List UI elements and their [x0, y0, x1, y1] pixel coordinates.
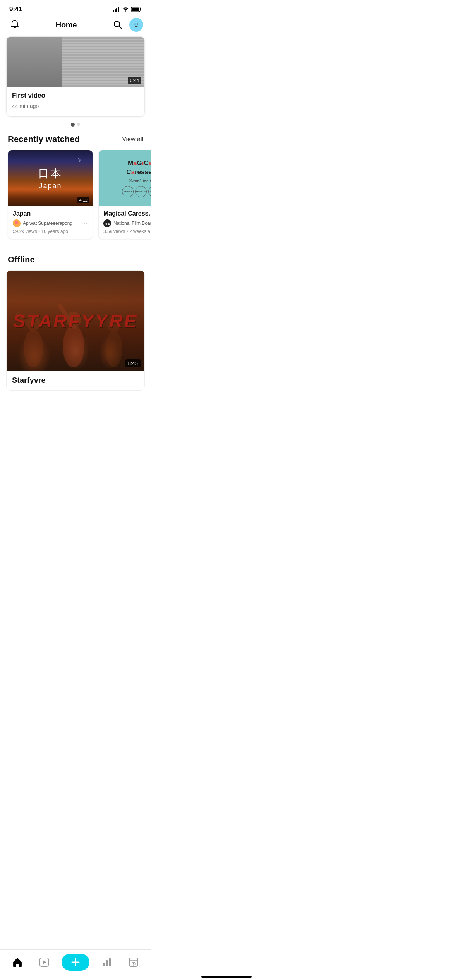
svg-point-15: [24, 329, 43, 367]
status-time: 9:41: [9, 5, 22, 13]
japan-stats: 59.2k views • 10 years ago: [13, 229, 88, 234]
magical-creator-row: NFB National Film Boar: [103, 219, 151, 227]
recently-watched-row: ☽ 日本 Japan 4:12 Japan Apiwat Supatee: [0, 150, 151, 247]
magical-title-text: MaGiCal Caresses: [126, 159, 151, 176]
offline-thumbnail: STARFYYRE 8:45: [7, 271, 144, 371]
award-annecy: ANNECY: [122, 186, 134, 197]
svg-rect-5: [132, 8, 139, 11]
offline-duration: 8:45: [125, 359, 141, 367]
featured-title: First video: [12, 92, 139, 99]
svg-point-9: [134, 24, 136, 25]
offline-card[interactable]: STARFYYRE 8:45 Starfyvre: [6, 270, 145, 391]
svg-point-10: [137, 24, 138, 25]
japan-creator-avatar: [13, 219, 21, 227]
avatar-button[interactable]: [129, 18, 143, 32]
magical-subtitle: Sweet Jesus: [129, 178, 151, 183]
featured-more-button[interactable]: ···: [128, 101, 139, 111]
search-button[interactable]: [111, 18, 125, 32]
featured-meta: 44 min ago ···: [12, 101, 139, 111]
notification-button[interactable]: [8, 18, 22, 32]
carousel-dots: [0, 123, 151, 127]
starfyyre-text: STARFYYRE: [13, 310, 138, 332]
japan-creator: Apiwat Supateeerapong: [13, 219, 72, 227]
magical-title-line2: Caresses: [126, 168, 151, 176]
offline-video-title: Starfyvre: [7, 371, 144, 390]
japan-moon: ☽: [76, 157, 81, 163]
featured-thumbnail: 0:44: [7, 37, 144, 87]
japan-time-ago: 10 years ago: [41, 229, 68, 234]
svg-text:NFB: NFB: [105, 223, 110, 225]
japan-views: 59.2k views: [13, 229, 37, 234]
svg-rect-3: [118, 7, 119, 12]
starfyyre-bg: STARFYYRE: [7, 271, 144, 371]
status-icons: [113, 7, 142, 12]
japan-thumbnail: ☽ 日本 Japan 4:12: [8, 150, 93, 206]
magical-creator-name: National Film Boar: [113, 221, 151, 226]
recently-watched-title: Recently watched: [8, 134, 80, 144]
featured-info: First video 44 min ago ···: [7, 87, 144, 116]
dot-inactive-1: [77, 123, 80, 126]
magical-views: 3.5k views: [103, 229, 125, 234]
svg-rect-2: [116, 8, 117, 12]
japan-label: Japan: [39, 182, 62, 190]
award-summets: SOMMETS: [135, 186, 147, 197]
magical-creator: NFB National Film Boar: [103, 219, 151, 227]
offline-title: Offline: [0, 255, 151, 270]
japan-creator-row: Apiwat Supateeerapong ···: [13, 219, 88, 227]
svg-rect-0: [113, 10, 114, 12]
svg-line-7: [119, 26, 122, 29]
magical-stats: 3.5k views • 2 weeks a: [103, 229, 151, 234]
signal-icon: [113, 7, 120, 12]
recently-watched-header: Recently watched View all: [0, 134, 151, 150]
status-bar: 9:41: [0, 0, 151, 16]
magical-thumb-bg: MaGiCal Caresses Sweet Jesus ANNECY SOMM…: [99, 150, 151, 206]
search-icon: [113, 20, 122, 29]
japan-duration: 4:12: [77, 197, 89, 203]
thumbnail-left: [7, 37, 62, 87]
award-rockie: ROCKIE: [148, 186, 151, 197]
magical-time-ago: 2 weeks a: [129, 229, 150, 234]
svg-point-12: [15, 221, 18, 224]
japan-info: Japan Apiwat Supateeerapong ··· 59.2k vi…: [8, 206, 93, 239]
magical-creator-avatar: NFB: [103, 219, 111, 227]
svg-rect-1: [115, 9, 116, 12]
smiley-icon: [131, 20, 141, 30]
page-title: Home: [56, 21, 77, 29]
featured-video-card[interactable]: 0:44 First video 44 min ago ···: [6, 36, 145, 117]
japan-kanji: 日本: [38, 166, 63, 181]
wifi-icon: [122, 7, 129, 12]
featured-time-ago: 44 min ago: [12, 103, 39, 109]
watch-card-magical[interactable]: MaGiCal Caresses Sweet Jesus ANNECY SOMM…: [98, 150, 151, 239]
japan-title: Japan: [13, 210, 88, 217]
offline-section: Offline STARFYYRE: [0, 247, 151, 391]
view-all-button[interactable]: View all: [122, 136, 143, 143]
app-header: Home: [0, 16, 151, 36]
dot-active: [71, 123, 75, 127]
japan-creator-name: Apiwat Supateeerapong: [23, 221, 72, 226]
duration-badge: 0:44: [128, 77, 141, 84]
magical-thumbnail: MaGiCal Caresses Sweet Jesus ANNECY SOMM…: [99, 150, 151, 206]
bell-icon: [10, 20, 19, 30]
award-badges: ANNECY SOMMETS ROCKIE: [122, 186, 151, 197]
battery-icon: [131, 7, 142, 12]
magical-info: Magical Caress... NFB National Film Boar…: [99, 206, 151, 239]
magical-title: Magical Caress...: [103, 210, 151, 217]
svg-point-8: [132, 21, 141, 29]
svg-point-18: [63, 325, 84, 367]
watch-card-japan[interactable]: ☽ 日本 Japan 4:12 Japan Apiwat Supatee: [8, 150, 93, 239]
svg-point-21: [105, 331, 122, 367]
japan-more-button[interactable]: ···: [82, 220, 88, 226]
magical-title-line1: MaGiCal: [128, 159, 151, 167]
